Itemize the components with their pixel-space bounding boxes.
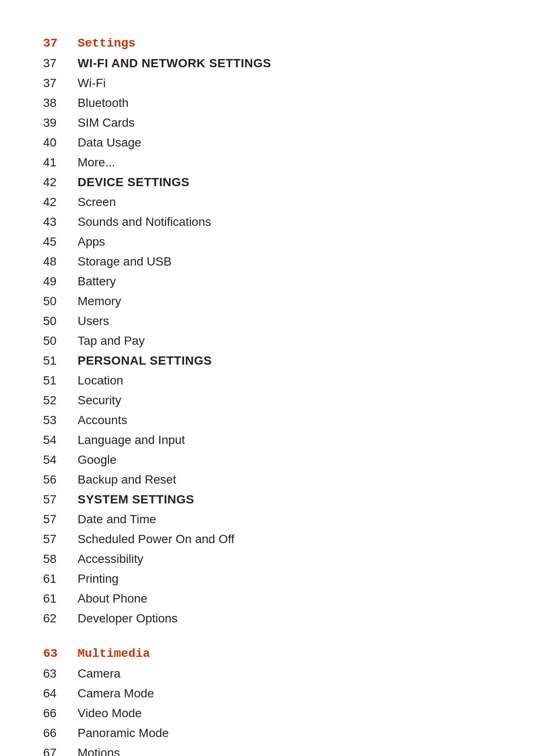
toc-item: 61About Phone — [43, 590, 492, 608]
table-of-contents: 37Settings37WI-FI AND NETWORK SETTINGS37… — [43, 34, 492, 756]
section-label: SYSTEM SETTINGS — [78, 490, 194, 509]
item-label: Memory — [78, 292, 121, 310]
item-page-num: 57 — [43, 530, 78, 548]
item-page-num: 50 — [43, 292, 78, 310]
section-page-num: 57 — [43, 490, 78, 509]
section-label: DEVICE SETTINGS — [78, 173, 190, 191]
toc-item: 43Sounds and Notifications — [43, 213, 492, 231]
item-label: Security — [78, 391, 121, 409]
item-page-num: 53 — [43, 411, 78, 429]
item-page-num: 58 — [43, 550, 78, 568]
item-page-num: 45 — [43, 233, 78, 251]
item-page-num: 48 — [43, 253, 78, 271]
section-page-num: 37 — [43, 54, 78, 72]
item-label: SIM Cards — [78, 114, 135, 132]
item-label: Camera — [78, 665, 121, 683]
toc-item: 49Battery — [43, 272, 492, 291]
item-page-num: 64 — [43, 684, 78, 703]
section-header-wifi-network: 37WI-FI AND NETWORK SETTINGS — [43, 54, 492, 72]
item-page-num: 41 — [43, 153, 78, 172]
item-page-num: 49 — [43, 272, 78, 291]
item-page-num: 52 — [43, 391, 78, 409]
item-label: Printing — [78, 570, 119, 588]
item-label: Panoramic Mode — [78, 724, 169, 742]
toc-item: 40Data Usage — [43, 134, 492, 152]
chapter-label: Settings — [78, 34, 135, 53]
item-label: Location — [78, 372, 123, 390]
item-page-num: 57 — [43, 510, 78, 528]
toc-item: 41More... — [43, 153, 492, 172]
item-label: Sounds and Notifications — [78, 213, 211, 231]
item-page-num: 61 — [43, 570, 78, 588]
chapter-header-multimedia: 63Multimedia — [43, 645, 492, 663]
toc-item: 53Accounts — [43, 411, 492, 429]
chapter-label: Multimedia — [78, 645, 150, 663]
toc-item: 54Language and Input — [43, 431, 492, 449]
item-label: Battery — [78, 272, 116, 291]
section-header-system-settings: 57SYSTEM SETTINGS — [43, 490, 492, 509]
toc-item: 56Backup and Reset — [43, 471, 492, 489]
item-label: Date and Time — [78, 510, 156, 528]
section-header-device-settings: 42DEVICE SETTINGS — [43, 173, 492, 191]
toc-item: 45Apps — [43, 233, 492, 251]
item-label: More... — [78, 153, 115, 172]
item-label: Bluetooth — [78, 94, 128, 112]
item-label: Accessibility — [78, 550, 143, 568]
item-label: Video Mode — [78, 704, 142, 722]
toc-item: 54Google — [43, 451, 492, 469]
item-label: Apps — [78, 233, 105, 251]
toc-item: 61Printing — [43, 570, 492, 588]
item-label: Screen — [78, 193, 116, 211]
toc-section-settings: 37Settings37WI-FI AND NETWORK SETTINGS37… — [43, 34, 492, 628]
item-page-num: 43 — [43, 213, 78, 231]
chapter-page-num: 37 — [43, 34, 78, 53]
toc-item: 63Camera — [43, 665, 492, 683]
section-label: PERSONAL SETTINGS — [78, 352, 212, 370]
item-label: Google — [78, 451, 116, 469]
toc-section-multimedia: 63Multimedia63Camera64Camera Mode66Video… — [43, 645, 492, 756]
item-label: Developer Options — [78, 609, 178, 628]
chapter-page-num: 63 — [43, 645, 78, 663]
item-label: Data Usage — [78, 134, 141, 152]
item-page-num: 50 — [43, 312, 78, 330]
item-page-num: 56 — [43, 471, 78, 489]
toc-item: 50Tap and Pay — [43, 332, 492, 350]
toc-item: 64Camera Mode — [43, 684, 492, 703]
toc-item: 50Memory — [43, 292, 492, 310]
item-page-num: 62 — [43, 609, 78, 628]
item-label: Camera Mode — [78, 684, 154, 703]
toc-item: 66Panoramic Mode — [43, 724, 492, 742]
item-label: Wi-Fi — [78, 74, 106, 92]
toc-item: 66Video Mode — [43, 704, 492, 722]
section-header-personal-settings: 51PERSONAL SETTINGS — [43, 352, 492, 370]
item-label: Tap and Pay — [78, 332, 145, 350]
item-page-num: 39 — [43, 114, 78, 132]
item-label: Backup and Reset — [78, 471, 176, 489]
toc-item: 39SIM Cards — [43, 114, 492, 132]
section-label: WI-FI AND NETWORK SETTINGS — [78, 54, 271, 72]
toc-item: 57Date and Time — [43, 510, 492, 528]
item-label: Users — [78, 312, 109, 330]
toc-item: 51Location — [43, 372, 492, 390]
item-label: Accounts — [78, 411, 127, 429]
item-label: About Phone — [78, 590, 147, 608]
item-page-num: 61 — [43, 590, 78, 608]
toc-item: 52Security — [43, 391, 492, 409]
section-page-num: 51 — [43, 352, 78, 370]
toc-item: 62Developer Options — [43, 609, 492, 628]
item-page-num: 67 — [43, 744, 78, 756]
item-page-num: 51 — [43, 372, 78, 390]
item-page-num: 50 — [43, 332, 78, 350]
item-page-num: 42 — [43, 193, 78, 211]
toc-item: 42Screen — [43, 193, 492, 211]
item-label: Motions — [78, 744, 120, 756]
toc-item: 58Accessibility — [43, 550, 492, 568]
toc-item: 38Bluetooth — [43, 94, 492, 112]
item-page-num: 40 — [43, 134, 78, 152]
item-page-num: 66 — [43, 724, 78, 742]
item-page-num: 66 — [43, 704, 78, 722]
item-page-num: 37 — [43, 74, 78, 92]
item-page-num: 54 — [43, 431, 78, 449]
item-label: Storage and USB — [78, 253, 172, 271]
item-label: Language and Input — [78, 431, 185, 449]
